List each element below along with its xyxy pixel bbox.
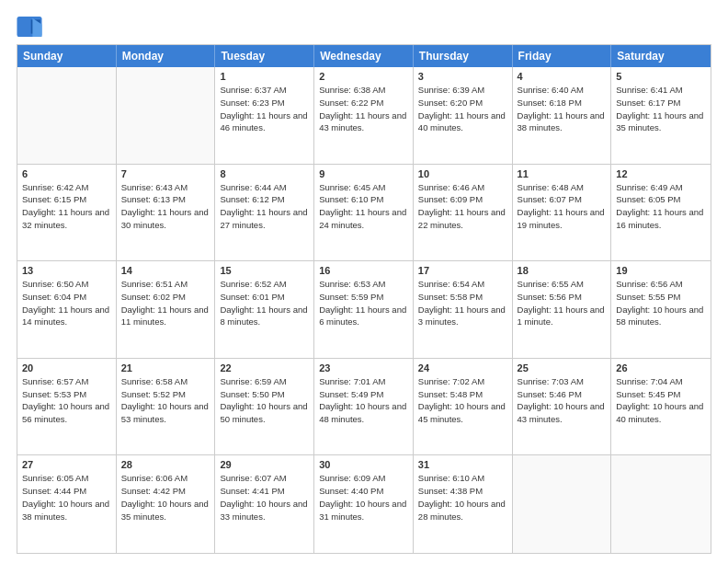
day-info: Sunrise: 6:45 AMSunset: 6:10 PMDaylight:… xyxy=(319,181,408,232)
day-info: Sunrise: 7:02 AMSunset: 5:48 PMDaylight:… xyxy=(418,375,507,426)
calendar-cell: 28Sunrise: 6:06 AMSunset: 4:42 PMDayligh… xyxy=(117,455,216,553)
day-number: 2 xyxy=(319,71,408,82)
day-number: 20 xyxy=(22,362,111,373)
day-number: 24 xyxy=(418,362,507,373)
day-number: 10 xyxy=(418,168,507,179)
calendar-cell: 25Sunrise: 7:03 AMSunset: 5:46 PMDayligh… xyxy=(513,359,612,455)
calendar-cell: 31Sunrise: 6:10 AMSunset: 4:38 PMDayligh… xyxy=(414,455,513,553)
calendar-cell: 8Sunrise: 6:44 AMSunset: 6:12 PMDaylight… xyxy=(215,165,314,261)
day-info: Sunrise: 6:44 AMSunset: 6:12 PMDaylight:… xyxy=(220,181,309,232)
day-info: Sunrise: 7:04 AMSunset: 5:45 PMDaylight:… xyxy=(616,375,706,426)
day-info: Sunrise: 6:48 AMSunset: 6:07 PMDaylight:… xyxy=(518,181,607,232)
day-info: Sunrise: 6:54 AMSunset: 5:58 PMDaylight:… xyxy=(418,278,507,328)
calendar-row: 1Sunrise: 6:37 AMSunset: 6:23 PMDaylight… xyxy=(17,67,711,165)
day-info: Sunrise: 6:51 AMSunset: 6:02 PMDaylight:… xyxy=(121,278,210,328)
calendar-cell: 6Sunrise: 6:42 AMSunset: 6:15 PMDaylight… xyxy=(17,165,117,261)
day-number: 30 xyxy=(319,459,408,470)
day-number: 21 xyxy=(121,362,210,373)
calendar-cell: 20Sunrise: 6:57 AMSunset: 5:53 PMDayligh… xyxy=(17,359,117,455)
calendar-cell: 9Sunrise: 6:45 AMSunset: 6:10 PMDaylight… xyxy=(314,165,414,261)
day-info: Sunrise: 7:03 AMSunset: 5:46 PMDaylight:… xyxy=(518,375,607,426)
calendar-cell: 23Sunrise: 7:01 AMSunset: 5:49 PMDayligh… xyxy=(314,359,414,455)
day-number: 16 xyxy=(319,265,408,276)
day-number: 7 xyxy=(121,168,210,179)
calendar-cell xyxy=(17,67,117,164)
header xyxy=(17,17,711,37)
day-number: 3 xyxy=(418,71,507,82)
calendar-cell: 24Sunrise: 7:02 AMSunset: 5:48 PMDayligh… xyxy=(414,359,513,455)
calendar-row: 6Sunrise: 6:42 AMSunset: 6:15 PMDaylight… xyxy=(17,165,711,262)
calendar-cell: 27Sunrise: 6:05 AMSunset: 4:44 PMDayligh… xyxy=(17,455,117,553)
day-number: 13 xyxy=(22,265,111,276)
weekday-header: Wednesday xyxy=(314,45,414,67)
calendar-cell: 14Sunrise: 6:51 AMSunset: 6:02 PMDayligh… xyxy=(117,261,216,358)
calendar-cell: 2Sunrise: 6:38 AMSunset: 6:22 PMDaylight… xyxy=(314,67,414,164)
calendar-row: 13Sunrise: 6:50 AMSunset: 6:04 PMDayligh… xyxy=(17,261,711,359)
weekday-header: Thursday xyxy=(414,45,513,67)
day-info: Sunrise: 6:42 AMSunset: 6:15 PMDaylight:… xyxy=(22,181,111,232)
day-number: 6 xyxy=(22,168,111,179)
calendar-cell xyxy=(513,455,612,553)
day-info: Sunrise: 6:05 AMSunset: 4:44 PMDaylight:… xyxy=(22,472,111,523)
day-number: 22 xyxy=(220,362,309,373)
calendar-cell: 15Sunrise: 6:52 AMSunset: 6:01 PMDayligh… xyxy=(215,261,314,358)
day-number: 17 xyxy=(418,265,507,276)
day-info: Sunrise: 6:55 AMSunset: 5:56 PMDaylight:… xyxy=(518,278,607,328)
calendar-cell: 19Sunrise: 6:56 AMSunset: 5:55 PMDayligh… xyxy=(611,261,711,358)
day-info: Sunrise: 6:07 AMSunset: 4:41 PMDaylight:… xyxy=(220,472,309,523)
calendar-cell: 22Sunrise: 6:59 AMSunset: 5:50 PMDayligh… xyxy=(215,359,314,455)
calendar-cell: 7Sunrise: 6:43 AMSunset: 6:13 PMDaylight… xyxy=(117,165,216,261)
day-number: 29 xyxy=(220,459,309,470)
day-number: 8 xyxy=(220,168,309,179)
day-info: Sunrise: 6:41 AMSunset: 6:17 PMDaylight:… xyxy=(616,84,706,134)
day-info: Sunrise: 6:37 AMSunset: 6:23 PMDaylight:… xyxy=(220,84,309,134)
day-info: Sunrise: 6:10 AMSunset: 4:38 PMDaylight:… xyxy=(418,472,507,523)
day-number: 19 xyxy=(616,265,706,276)
day-number: 14 xyxy=(121,265,210,276)
day-number: 12 xyxy=(616,168,706,179)
calendar-row: 27Sunrise: 6:05 AMSunset: 4:44 PMDayligh… xyxy=(17,455,711,553)
day-info: Sunrise: 6:57 AMSunset: 5:53 PMDaylight:… xyxy=(22,375,111,426)
calendar-cell: 17Sunrise: 6:54 AMSunset: 5:58 PMDayligh… xyxy=(414,261,513,358)
calendar-cell: 5Sunrise: 6:41 AMSunset: 6:17 PMDaylight… xyxy=(611,67,711,164)
day-info: Sunrise: 6:56 AMSunset: 5:55 PMDaylight:… xyxy=(616,278,706,328)
calendar-cell: 11Sunrise: 6:48 AMSunset: 6:07 PMDayligh… xyxy=(513,165,612,261)
day-number: 26 xyxy=(616,362,706,373)
calendar-cell: 10Sunrise: 6:46 AMSunset: 6:09 PMDayligh… xyxy=(414,165,513,261)
calendar-cell: 16Sunrise: 6:53 AMSunset: 5:59 PMDayligh… xyxy=(314,261,414,358)
weekday-header: Monday xyxy=(117,45,216,67)
weekday-header: Friday xyxy=(513,45,612,67)
calendar-cell: 12Sunrise: 6:49 AMSunset: 6:05 PMDayligh… xyxy=(611,165,711,261)
calendar-cell: 4Sunrise: 6:40 AMSunset: 6:18 PMDaylight… xyxy=(513,67,612,164)
day-number: 23 xyxy=(319,362,408,373)
calendar-cell: 21Sunrise: 6:58 AMSunset: 5:52 PMDayligh… xyxy=(117,359,216,455)
day-info: Sunrise: 6:59 AMSunset: 5:50 PMDaylight:… xyxy=(220,375,309,426)
day-info: Sunrise: 6:50 AMSunset: 6:04 PMDaylight:… xyxy=(22,278,111,328)
calendar-cell: 3Sunrise: 6:39 AMSunset: 6:20 PMDaylight… xyxy=(414,67,513,164)
calendar-row: 20Sunrise: 6:57 AMSunset: 5:53 PMDayligh… xyxy=(17,359,711,456)
day-info: Sunrise: 6:38 AMSunset: 6:22 PMDaylight:… xyxy=(319,84,408,134)
page: SundayMondayTuesdayWednesdayThursdayFrid… xyxy=(0,0,728,563)
day-number: 1 xyxy=(220,71,309,82)
calendar-header: SundayMondayTuesdayWednesdayThursdayFrid… xyxy=(17,45,711,67)
day-info: Sunrise: 6:46 AMSunset: 6:09 PMDaylight:… xyxy=(418,181,507,232)
day-info: Sunrise: 6:58 AMSunset: 5:52 PMDaylight:… xyxy=(121,375,210,426)
calendar-cell xyxy=(611,455,711,553)
day-number: 15 xyxy=(220,265,309,276)
day-info: Sunrise: 6:40 AMSunset: 6:18 PMDaylight:… xyxy=(518,84,607,134)
day-number: 9 xyxy=(319,168,408,179)
calendar-cell xyxy=(117,67,216,164)
day-number: 27 xyxy=(22,459,111,470)
weekday-header: Tuesday xyxy=(215,45,314,67)
day-number: 28 xyxy=(121,459,210,470)
day-number: 5 xyxy=(616,71,706,82)
day-number: 4 xyxy=(518,71,607,82)
logo xyxy=(17,17,46,37)
day-info: Sunrise: 6:52 AMSunset: 6:01 PMDaylight:… xyxy=(220,278,309,328)
calendar-cell: 1Sunrise: 6:37 AMSunset: 6:23 PMDaylight… xyxy=(215,67,314,164)
day-number: 31 xyxy=(418,459,507,470)
day-number: 11 xyxy=(518,168,607,179)
calendar-cell: 29Sunrise: 6:07 AMSunset: 4:41 PMDayligh… xyxy=(215,455,314,553)
day-number: 18 xyxy=(518,265,607,276)
day-info: Sunrise: 6:09 AMSunset: 4:40 PMDaylight:… xyxy=(319,472,408,523)
